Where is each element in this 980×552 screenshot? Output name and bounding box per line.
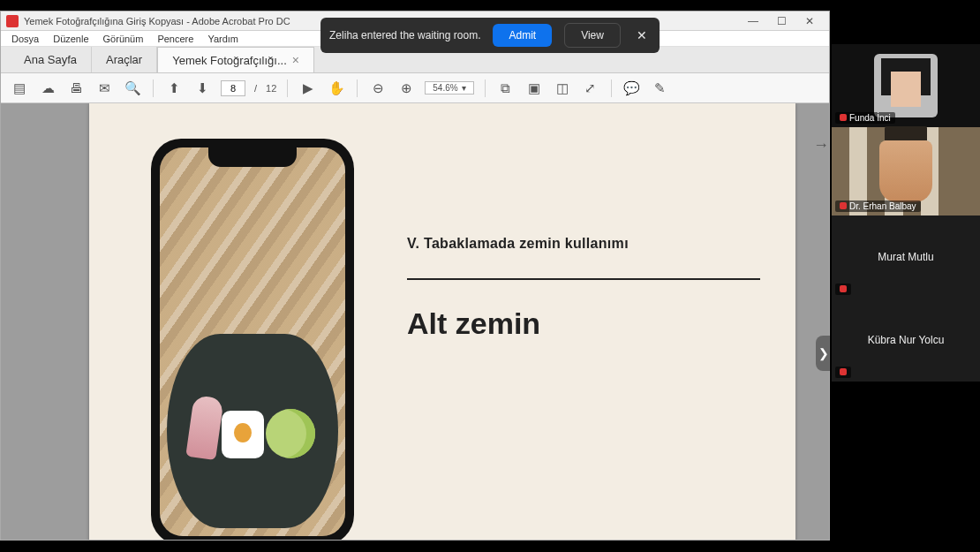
tab-tools[interactable]: Araçlar: [92, 47, 157, 72]
search-icon[interactable]: 🔍: [123, 79, 142, 98]
document-viewport[interactable]: V. Tabaklamada zemin kullanımı Alt zemin…: [1, 103, 829, 540]
participant-tile[interactable]: Murat Mutlu: [832, 216, 980, 299]
page-number-input[interactable]: [221, 80, 245, 96]
avatar: [874, 54, 938, 117]
zoom-value: 54.6%: [433, 83, 457, 93]
fit-width-icon[interactable]: ▣: [524, 79, 544, 98]
page-subtitle: V. Tabaklamada zemin kullanımı: [407, 236, 760, 252]
hand-tool-icon[interactable]: ✋: [327, 79, 346, 98]
toolbar: ▤ ☁ 🖶 ✉ 🔍 ⬆ ⬇ / 12 ▶ ✋ ⊖ ⊕ 54.6% ▾ ⧉ ▣ ◫…: [1, 73, 829, 103]
phone-screen: [160, 147, 345, 536]
participant-tile[interactable]: Funda İnci: [832, 44, 980, 127]
participant-name-tag: [835, 284, 851, 295]
window-maximize[interactable]: ☐: [767, 13, 795, 29]
zoom-participants-panel: Funda İnci Dr. Erhan Balbay Murat Mutlu …: [832, 44, 980, 382]
fit-page-icon[interactable]: ◫: [553, 79, 572, 98]
participant-name: Dr. Erhan Balbay: [849, 201, 916, 211]
food-items: [190, 397, 315, 458]
page-total: 12: [266, 83, 276, 94]
tab-document-close[interactable]: ×: [292, 53, 299, 67]
menu-view[interactable]: Görünüm: [98, 34, 149, 44]
notification-close-icon[interactable]: ✕: [633, 28, 651, 42]
view-button[interactable]: View: [564, 23, 621, 48]
read-mode-icon[interactable]: ⤢: [581, 79, 600, 98]
menu-edit[interactable]: Düzenle: [48, 34, 94, 44]
zoom-out-icon[interactable]: ⊖: [368, 79, 388, 98]
window-title: Yemek Fotoğrafçılığına Giriş Kopyası - A…: [24, 16, 290, 26]
participant-name: Kübra Nur Yolcu: [868, 334, 945, 346]
page-up-icon[interactable]: ⬆: [164, 79, 184, 98]
menu-window[interactable]: Pencere: [152, 34, 199, 44]
window-minimize[interactable]: —: [739, 13, 767, 29]
acrobat-window: Yemek Fotoğrafçılığına Giriş Kopyası - A…: [0, 11, 830, 541]
participant-tile[interactable]: Dr. Erhan Balbay: [832, 127, 980, 216]
chevron-down-icon: ▾: [462, 83, 466, 93]
zoom-waiting-room-notification: Zeliha entered the waiting room. Admit V…: [320, 18, 660, 53]
comment-icon[interactable]: 💬: [622, 79, 642, 98]
participant-name: Funda İnci: [849, 113, 891, 123]
zoom-select[interactable]: 54.6% ▾: [425, 81, 473, 95]
phone-notch: [208, 147, 297, 167]
participant-tile[interactable]: Kübra Nur Yolcu: [832, 299, 980, 382]
muted-icon: [840, 201, 847, 211]
participant-name: Murat Mutlu: [878, 251, 933, 263]
admit-button[interactable]: Admit: [493, 24, 552, 47]
print-icon[interactable]: 🖶: [66, 79, 86, 98]
menu-help[interactable]: Yardım: [202, 34, 244, 44]
divider: [407, 278, 760, 280]
tab-home[interactable]: Ana Sayfa: [10, 47, 92, 72]
panel-collapse-icon[interactable]: ❯: [816, 336, 832, 371]
next-page-arrow-icon[interactable]: →: [811, 135, 829, 155]
page-title: Alt zemin: [407, 306, 760, 341]
menu-file[interactable]: Dosya: [6, 34, 44, 44]
participant-name-tag: [835, 367, 851, 378]
participant-name-tag: Dr. Erhan Balbay: [835, 200, 921, 212]
select-tool-icon[interactable]: ▶: [298, 79, 318, 98]
muted-icon: [840, 113, 847, 123]
tab-document-label: Yemek Fotoğrafçılığı...: [172, 54, 287, 67]
tab-document[interactable]: Yemek Fotoğrafçılığı... ×: [157, 47, 314, 72]
acrobat-icon: [6, 15, 19, 27]
muted-icon: [840, 284, 847, 294]
window-close[interactable]: ✕: [795, 13, 824, 29]
mail-icon[interactable]: ✉: [94, 79, 114, 98]
sign-icon[interactable]: ✎: [651, 79, 670, 98]
phone-mockup: [151, 139, 354, 540]
page-text-block: V. Tabaklamada zemin kullanımı Alt zemin: [407, 130, 760, 540]
muted-icon: [840, 367, 847, 377]
sidebar-toggle-icon[interactable]: ▤: [10, 79, 29, 98]
page-sep: /: [254, 83, 257, 94]
notification-message: Zeliha entered the waiting room.: [329, 29, 480, 42]
zoom-in-icon[interactable]: ⊕: [396, 79, 416, 98]
crop-icon[interactable]: ⧉: [496, 79, 516, 98]
save-icon[interactable]: ☁: [38, 79, 57, 98]
page-down-icon[interactable]: ⬇: [192, 79, 212, 98]
participant-name-tag: Funda İnci: [835, 112, 895, 124]
pdf-page: V. Tabaklamada zemin kullanımı Alt zemin: [89, 103, 795, 540]
